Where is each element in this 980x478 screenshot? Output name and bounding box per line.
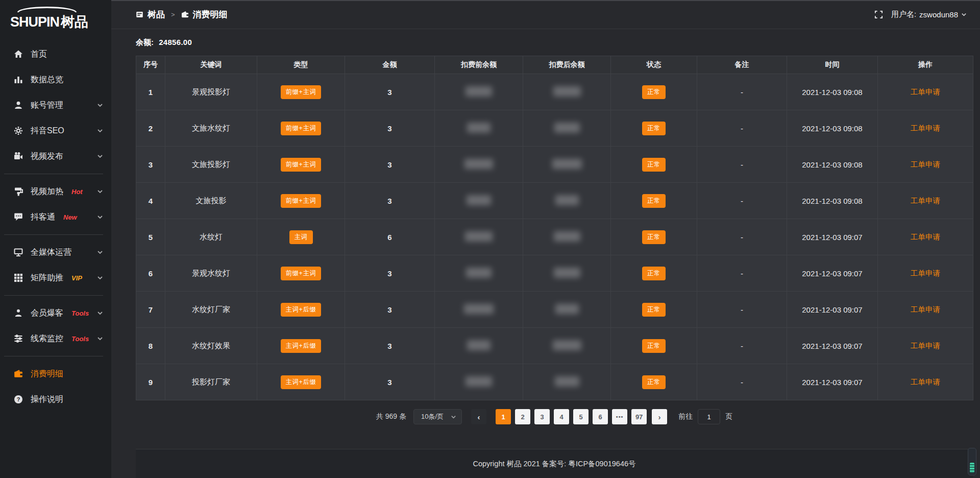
column-header: 状态 bbox=[611, 56, 697, 74]
breadcrumb-label: 消费明细 bbox=[193, 9, 228, 20]
cell-amount: 3 bbox=[345, 183, 435, 219]
sidebar-item-8[interactable]: 全媒体运营 bbox=[0, 240, 111, 265]
logo-text-en: SHUPIN bbox=[10, 14, 59, 30]
cell-balance-after bbox=[523, 364, 611, 400]
user-menu[interactable]: 用户名: zswodun88 bbox=[891, 10, 967, 19]
cell-action: 工单申请 bbox=[878, 147, 973, 183]
cell-action: 工单申请 bbox=[878, 364, 973, 400]
cell-amount: 3 bbox=[345, 147, 435, 183]
cell-type: 前缀+主词 bbox=[257, 183, 345, 219]
sidebar-item-label: 视频发布 bbox=[31, 151, 63, 162]
prev-page-button[interactable]: ‹ bbox=[471, 409, 486, 424]
status-badge: 正常 bbox=[642, 375, 666, 389]
member-icon bbox=[13, 308, 23, 318]
menu-divider bbox=[4, 356, 103, 356]
type-badge: 前缀+主词 bbox=[281, 85, 322, 99]
cell-keyword: 文旅投影灯 bbox=[165, 147, 257, 183]
page-button-5[interactable]: 5 bbox=[573, 409, 589, 424]
cell-balance-before bbox=[435, 110, 523, 147]
work-order-link[interactable]: 工单申请 bbox=[911, 233, 940, 241]
cell-balance-after bbox=[523, 255, 611, 292]
sidebar-item-13[interactable]: ?操作说明 bbox=[0, 387, 111, 412]
cell-status: 正常 bbox=[611, 255, 697, 292]
filter-icon bbox=[13, 334, 23, 344]
cell-time: 2021-12-03 09:08 bbox=[787, 110, 878, 147]
cell-index: 3 bbox=[136, 147, 165, 183]
next-page-button[interactable]: › bbox=[652, 409, 667, 424]
sidebar-item-tag: VIP bbox=[71, 274, 82, 282]
sidebar-item-6[interactable]: 视频加热Hot bbox=[0, 179, 111, 204]
cell-remark: - bbox=[697, 364, 787, 400]
sidebar-item-tag: Tools bbox=[71, 335, 89, 343]
sidebar-item-1[interactable]: 首页 bbox=[0, 41, 111, 67]
floating-widget[interactable] bbox=[968, 448, 976, 475]
table-row: 1景观投影灯前缀+主词3正常-2021-12-03 09:08工单申请 bbox=[136, 74, 973, 110]
cell-remark: - bbox=[697, 147, 787, 183]
sidebar-item-label: 数据总览 bbox=[31, 75, 63, 85]
menu-divider bbox=[4, 234, 103, 235]
page-button-2[interactable]: 2 bbox=[515, 409, 530, 424]
work-order-link[interactable]: 工单申请 bbox=[911, 378, 940, 386]
work-order-link[interactable]: 工单申请 bbox=[911, 269, 940, 277]
page-button-6[interactable]: 6 bbox=[593, 409, 608, 424]
sidebar-item-tag: New bbox=[63, 213, 77, 221]
cell-type: 主词+后缀 bbox=[257, 292, 345, 328]
sidebar: SHUPIN树品 首页数据总览账号管理抖音SEO视频发布视频加热Hot抖客通Ne… bbox=[0, 0, 111, 478]
status-badge: 正常 bbox=[642, 267, 666, 280]
table-row: 7水纹灯厂家主词+后缀3正常-2021-12-03 09:07工单申请 bbox=[136, 292, 973, 328]
cell-keyword: 水纹灯 bbox=[165, 219, 257, 255]
cell-balance-after bbox=[523, 110, 611, 147]
page-button-3[interactable]: 3 bbox=[534, 409, 550, 424]
cell-remark: - bbox=[697, 328, 787, 364]
cell-remark: - bbox=[697, 255, 787, 292]
work-order-link[interactable]: 工单申请 bbox=[911, 88, 940, 96]
redacted-value bbox=[553, 340, 581, 350]
sidebar-item-2[interactable]: 数据总览 bbox=[0, 67, 111, 92]
cell-keyword: 投影灯厂家 bbox=[165, 364, 257, 400]
column-header: 操作 bbox=[878, 56, 973, 74]
sidebar-item-10[interactable]: 会员爆客Tools bbox=[0, 300, 111, 326]
work-order-link[interactable]: 工单申请 bbox=[911, 197, 940, 205]
cell-balance-before bbox=[435, 292, 523, 328]
sidebar-item-9[interactable]: 矩阵助推VIP bbox=[0, 265, 111, 291]
work-order-link[interactable]: 工单申请 bbox=[911, 124, 940, 132]
breadcrumb-item-1[interactable]: 树品 bbox=[136, 9, 165, 20]
work-order-link[interactable]: 工单申请 bbox=[911, 342, 940, 350]
sidebar-item-4[interactable]: 抖音SEO bbox=[0, 118, 111, 144]
page-button-97[interactable]: 97 bbox=[631, 409, 647, 424]
sidebar-item-label: 视频加热 bbox=[31, 186, 63, 197]
cell-index: 1 bbox=[136, 74, 165, 110]
wallet-icon bbox=[13, 369, 23, 379]
page-button-4[interactable]: 4 bbox=[554, 409, 569, 424]
sidebar-item-5[interactable]: 视频发布 bbox=[0, 144, 111, 169]
work-order-link[interactable]: 工单申请 bbox=[911, 160, 940, 169]
work-order-link[interactable]: 工单申请 bbox=[911, 305, 940, 314]
pagination-total: 共 969 条 bbox=[376, 412, 406, 421]
page-size-select[interactable]: 10条/页 bbox=[413, 409, 462, 424]
page-button-1[interactable]: 1 bbox=[496, 409, 511, 424]
sidebar-item-12[interactable]: 消费明细 bbox=[0, 361, 111, 387]
sidebar-item-7[interactable]: 抖客通New bbox=[0, 204, 111, 230]
cell-index: 7 bbox=[136, 292, 165, 328]
redacted-value bbox=[465, 86, 492, 97]
cell-amount: 3 bbox=[345, 255, 435, 292]
sidebar-item-3[interactable]: 账号管理 bbox=[0, 92, 111, 118]
more-pages-button[interactable]: ••• bbox=[612, 409, 627, 424]
cell-action: 工单申请 bbox=[878, 255, 973, 292]
table-row: 8水纹灯效果主词+后缀3正常-2021-12-03 09:07工单申请 bbox=[136, 328, 973, 364]
sidebar-item-11[interactable]: 线索监控Tools bbox=[0, 326, 111, 351]
redacted-value bbox=[555, 195, 579, 205]
table-row: 5水纹灯主词6正常-2021-12-03 09:07工单申请 bbox=[136, 219, 973, 255]
fullscreen-icon[interactable] bbox=[874, 10, 883, 19]
chevron-down-icon bbox=[97, 188, 103, 195]
goto-page-input[interactable] bbox=[698, 409, 720, 424]
home-icon bbox=[13, 50, 23, 59]
status-badge: 正常 bbox=[642, 122, 666, 135]
user-icon bbox=[13, 101, 23, 110]
column-header: 关键词 bbox=[165, 56, 257, 74]
cell-status: 正常 bbox=[611, 110, 697, 147]
cell-remark: - bbox=[697, 219, 787, 255]
breadcrumb-item-2[interactable]: 消费明细 bbox=[181, 9, 228, 20]
type-badge: 主词+后缀 bbox=[281, 303, 322, 317]
cell-balance-before bbox=[435, 147, 523, 183]
